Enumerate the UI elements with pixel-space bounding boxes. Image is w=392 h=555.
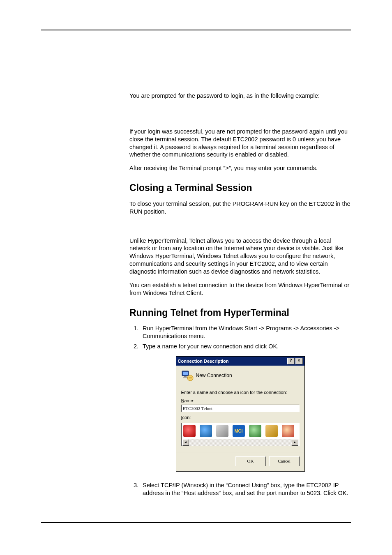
- step-2: Type a name for your new connection and …: [140, 343, 351, 350]
- step-3: Select TCP/IP (Winsock) in the “Connect …: [140, 481, 351, 497]
- paragraph: If your login was successful, you are no…: [129, 128, 351, 159]
- icon-picker[interactable]: MCI ◄ ►: [181, 423, 300, 446]
- scroll-right-button[interactable]: ►: [292, 439, 298, 446]
- spacer: [129, 221, 351, 231]
- scroll-left-button[interactable]: ◄: [182, 439, 189, 446]
- document-page: You are prompted for the password to log…: [0, 0, 392, 555]
- connection-description-dialog: Connection Description ? ×: [176, 356, 305, 472]
- top-rule: [41, 30, 351, 30]
- paragraph: You can establish a telnet connection to…: [129, 281, 351, 297]
- new-connection-icon: [181, 370, 194, 382]
- icon-scrollbar[interactable]: ◄ ►: [182, 439, 298, 446]
- steps-list: Run HyperTerminal from the Windows Start…: [129, 325, 351, 350]
- connection-icon-7[interactable]: [282, 425, 294, 437]
- name-label: Name:: [181, 398, 300, 403]
- scroll-track[interactable]: [189, 439, 292, 446]
- ok-button[interactable]: OK: [235, 456, 266, 466]
- heading-running-telnet: Running Telnet from HyperTerminal: [129, 307, 351, 319]
- icon-row: MCI: [182, 425, 298, 439]
- connection-icon-2[interactable]: [200, 425, 212, 437]
- cancel-button[interactable]: Cancel: [269, 456, 300, 466]
- connection-icon-5[interactable]: [249, 425, 261, 437]
- dialog-title: Connection Description: [178, 358, 286, 364]
- help-button[interactable]: ?: [287, 358, 295, 364]
- instruction-text: Enter a name and choose an icon for the …: [181, 389, 300, 395]
- svg-rect-1: [183, 372, 188, 375]
- icon-label: Icon:: [181, 415, 300, 420]
- paragraph: After receiving the Terminal prompt “>”,…: [129, 164, 351, 172]
- heading-closing-terminal: Closing a Terminal Session: [129, 182, 351, 194]
- new-connection-label: New Connection: [196, 373, 232, 379]
- connection-icon-6[interactable]: [265, 425, 278, 437]
- bottom-rule: [41, 522, 351, 523]
- dialog-body: New Connection Enter a name and choose a…: [176, 366, 304, 471]
- connection-icon-1[interactable]: [183, 425, 196, 437]
- connection-icon-3[interactable]: [216, 425, 228, 437]
- step-1: Run HyperTerminal from the Windows Start…: [140, 325, 351, 340]
- steps-list-continued: Select TCP/IP (Winsock) in the “Connect …: [129, 481, 351, 497]
- spacer: [129, 106, 351, 122]
- dialog-titlebar: Connection Description ? ×: [176, 357, 304, 366]
- paragraph: You are prompted for the password to log…: [129, 92, 351, 100]
- close-button[interactable]: ×: [295, 358, 303, 364]
- content-column: You are prompted for the password to log…: [129, 92, 351, 497]
- paragraph: To close your terminal session, put the …: [129, 200, 351, 216]
- new-connection-row: New Connection: [181, 370, 300, 382]
- connection-icon-4[interactable]: MCI: [233, 425, 245, 437]
- icon-label-rest: con:: [182, 415, 191, 420]
- dialog-button-row: OK Cancel: [176, 452, 304, 471]
- svg-rect-3: [183, 377, 188, 378]
- paragraph: Unlike HyperTerminal, Telnet allows you …: [129, 237, 351, 276]
- svg-rect-5: [189, 378, 192, 378]
- name-input[interactable]: [181, 405, 300, 412]
- name-label-rest: ame:: [184, 398, 194, 403]
- svg-rect-2: [184, 376, 187, 377]
